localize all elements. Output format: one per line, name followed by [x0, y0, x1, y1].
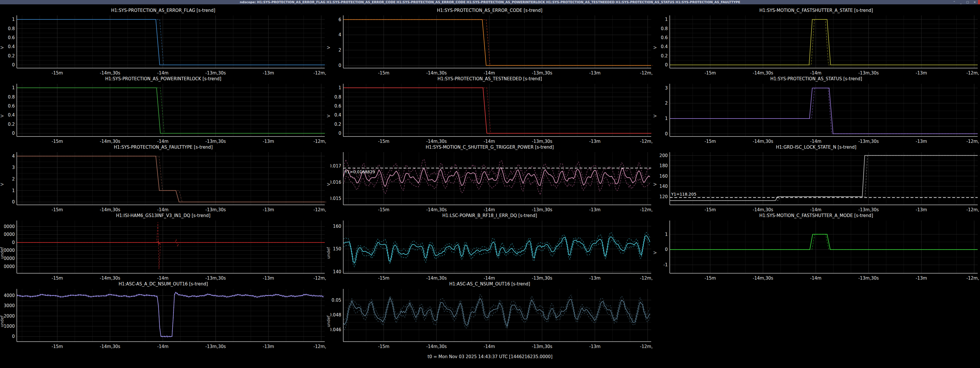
svg-text:-13m,30s: -13m,30s	[858, 275, 879, 281]
plot-canvas[interactable]: 0.0460.0480.05-15m-14m,30s-14m-13m,30s-1…	[331, 287, 653, 349]
svg-text:-13m: -13m	[589, 139, 601, 144]
y-axis-label: V	[0, 150, 4, 213]
svg-text:180: 180	[659, 163, 668, 168]
svg-text:-14m: -14m	[810, 139, 821, 144]
plot-canvas[interactable]: 20000100000-10000-20000-30000-15m-14m,30…	[4, 219, 326, 281]
plot-title: H1:SYS-PROTECTION_AS_STATUS [s-trend]	[653, 76, 979, 82]
svg-text:-13m,30s: -13m,30s	[532, 275, 552, 281]
svg-text:-13m,30s: -13m,30s	[532, 70, 552, 76]
svg-text:-13m,30s: -13m,30s	[205, 139, 226, 144]
window-controls: ⌃_□✕	[953, 0, 976, 4]
plot-canvas[interactable]: Y1=118.205120140160180200-15m-14m,30s-14…	[657, 150, 979, 213]
svg-text:-14m: -14m	[157, 344, 169, 349]
svg-text:-15m: -15m	[378, 139, 389, 144]
svg-text:-1: -1	[663, 262, 668, 267]
svg-text:-13m: -13m	[589, 207, 601, 213]
svg-text:0.048: 0.048	[331, 312, 341, 318]
svg-text:-13m: -13m	[916, 139, 927, 144]
svg-text:-14m,30s: -14m,30s	[753, 207, 773, 213]
svg-text:2000: 2000	[4, 314, 15, 319]
plot-canvas[interactable]: 0123-15m-14m,30s-14m-13m,30s-13m-12m,3	[657, 82, 979, 144]
svg-text:4: 4	[12, 154, 15, 159]
svg-text:-13m,30s: -13m,30s	[532, 344, 552, 349]
svg-text:-15m: -15m	[51, 344, 63, 349]
svg-text:0: 0	[338, 63, 341, 68]
svg-text:120: 120	[659, 194, 668, 199]
titlebar-edge-marker	[978, 0, 980, 4]
svg-text:-12m,3: -12m,3	[966, 70, 979, 76]
plot-cell: H1:SYS-MOTION_C_FASTSHUTTER_A_MODE [s-tr…	[653, 213, 979, 281]
svg-text:4000: 4000	[4, 293, 15, 298]
svg-text:-13m: -13m	[916, 70, 927, 76]
svg-text:-14m,30s: -14m,30s	[426, 275, 447, 281]
svg-text:0: 0	[12, 240, 15, 245]
svg-text:-14m,30s: -14m,30s	[100, 207, 120, 213]
plot-title: H1:SYS-PROTECTION_AS_FAULTTYPE [s-trend]	[0, 144, 326, 150]
svg-text:-13m,30s: -13m,30s	[858, 207, 879, 213]
svg-text:-14m: -14m	[484, 344, 495, 349]
plot-canvas[interactable]: 00.20.40.60.81-15m-14m,30s-14m-13m,30s-1…	[331, 82, 653, 144]
svg-text:0.4: 0.4	[334, 112, 341, 118]
svg-text:-14m: -14m	[484, 139, 495, 144]
svg-text:0: 0	[12, 131, 15, 136]
shade-button[interactable]: ⌃	[953, 0, 955, 4]
svg-text:2: 2	[338, 48, 341, 53]
y-axis-label: V	[653, 82, 657, 144]
svg-text:-13m: -13m	[263, 344, 274, 349]
svg-text:0.6: 0.6	[8, 35, 15, 40]
plot-canvas[interactable]: Y1=0.01688290.0150.0160.017-15m-14m,30s-…	[331, 150, 653, 213]
svg-text:1000: 1000	[4, 324, 15, 329]
svg-text:160: 160	[333, 224, 341, 229]
svg-text:0: 0	[12, 62, 15, 67]
svg-text:0: 0	[12, 199, 15, 205]
plot-title: H1:SYS-PROTECTION_AS_ERROR_CODE [s-trend…	[326, 8, 653, 14]
svg-text:-13m: -13m	[589, 70, 601, 76]
plot-canvas[interactable]: 01000200030004000-15m-14m,30s-14m-13m,30…	[4, 287, 326, 349]
svg-text:0: 0	[665, 62, 668, 67]
svg-text:0: 0	[665, 131, 668, 136]
svg-text:-13m,30s: -13m,30s	[205, 344, 226, 349]
svg-text:-14m,30s: -14m,30s	[753, 139, 773, 144]
plot-canvas[interactable]: -101-15m-14m,30s-14m-13m,30s-13m-12m,3	[657, 219, 979, 281]
plot-canvas[interactable]: 01234-15m-14m,30s-14m-13m,30s-13m-12m,3	[4, 150, 326, 213]
svg-text:2: 2	[12, 176, 15, 182]
svg-text:0.2: 0.2	[661, 53, 668, 59]
minimize-button[interactable]: _	[960, 0, 961, 4]
svg-text:Y1=0.0168829: Y1=0.0168829	[344, 170, 375, 174]
close-button[interactable]: ✕	[974, 0, 976, 4]
y-axis-label: V	[326, 14, 331, 76]
svg-text:-13m: -13m	[263, 275, 274, 281]
plot-cell: H1:SYS-PROTECTION_AS_TESTNEEDED [s-trend…	[326, 76, 653, 144]
svg-text:-30000: -30000	[4, 264, 15, 269]
plot-cell: H1:LSC-POPAIR_B_RF18_I_ERR_DQ [s-trend]u…	[326, 213, 653, 281]
plot-canvas[interactable]: 0246-15m-14m,30s-14m-13m,30s-13m-12m,3	[331, 14, 653, 76]
svg-text:0.015: 0.015	[331, 196, 341, 201]
maximize-button[interactable]: □	[966, 0, 969, 4]
svg-text:-15m: -15m	[705, 70, 716, 76]
svg-text:0.8: 0.8	[8, 26, 15, 31]
plot-title: H1:SYS-MOTION_C_SHUTTER_G_TRIGGER_POWER …	[326, 144, 653, 150]
svg-text:-12m,3: -12m,3	[313, 70, 326, 76]
svg-text:-14m: -14m	[157, 139, 169, 144]
plot-grid: H1:SYS-PROTECTION_AS_ERROR_FLAG [s-trend…	[0, 8, 980, 349]
svg-text:0: 0	[12, 334, 15, 339]
plot-canvas[interactable]: 00.20.40.60.81-15m-14m,30s-14m-13m,30s-1…	[657, 14, 979, 76]
svg-text:-13m,30s: -13m,30s	[205, 275, 226, 281]
svg-text:-12m,3: -12m,3	[640, 207, 653, 213]
plot-canvas[interactable]: 00.20.40.60.81-15m-14m,30s-14m-13m,30s-1…	[4, 14, 326, 76]
svg-text:-14m,30s: -14m,30s	[753, 275, 773, 281]
y-axis-label: V	[326, 150, 331, 213]
titlebar[interactable]: ndscope: H1:SYS-PROTECTION_AS_ERROR_FLAG…	[0, 0, 980, 4]
plot-cell: H1:ASC-AS_A_DC_NSUM_OUT16 [s-trend]undef…	[0, 281, 326, 349]
svg-text:0: 0	[338, 131, 341, 136]
plot-canvas[interactable]: 140150160-15m-14m,30s-14m-13m,30s-13m-12…	[331, 219, 653, 281]
svg-text:200: 200	[659, 153, 668, 158]
plot-canvas[interactable]: 00.20.40.60.81-15m-14m,30s-14m-13m,30s-1…	[4, 82, 326, 144]
svg-text:-14m,30s: -14m,30s	[100, 70, 120, 76]
y-axis-label: V	[0, 14, 4, 76]
svg-text:-14m: -14m	[484, 70, 495, 76]
svg-text:-10000: -10000	[4, 248, 15, 253]
svg-text:0.2: 0.2	[334, 122, 341, 127]
plot-title: H1:SYS-MOTION_C_FASTSHUTTER_A_MODE [s-tr…	[653, 213, 979, 219]
svg-text:20000: 20000	[4, 224, 15, 229]
